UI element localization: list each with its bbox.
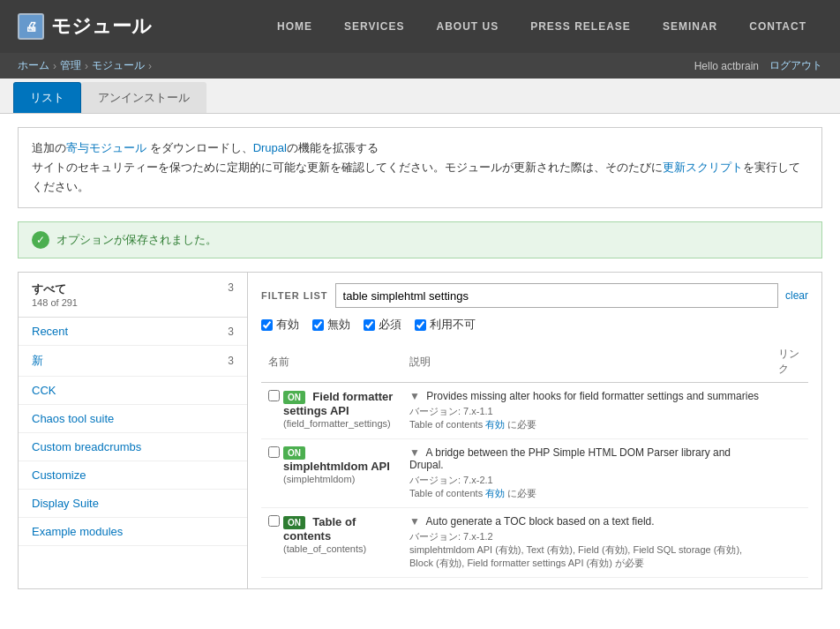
update-link[interactable]: 更新スクリプト [663,161,743,174]
tab-list[interactable]: リスト [13,82,81,113]
info-text4: サイトのセキュリティーを保つために定期的に可能な更新を確認してください。モジュー… [32,161,663,174]
cb-enabled-input[interactable] [261,319,273,331]
nav-press[interactable]: PRESS RELEASE [514,0,647,53]
module-layout: すべて 3 148 of 291 Recent 3 新 3 CCK Chaos … [18,272,822,589]
clear-filter-button[interactable]: clear [785,289,808,302]
sidebar-item-new[interactable]: 新 3 [19,346,247,377]
success-text: オプションが保存されました。 [56,232,217,248]
logout-link[interactable]: ログアウト [769,58,822,73]
tabs: リスト アンインストール [0,79,840,114]
cb-enabled[interactable]: 有効 [261,317,299,333]
sidebar-item-example[interactable]: Example modules [19,518,247,546]
breadcrumb-sep1: › [53,60,56,72]
sidebar-item-customize[interactable]: Customize [19,461,247,490]
contrib-link[interactable]: 寄与モジュール [66,141,146,154]
site-title: モジュール [51,13,152,40]
sidebar-item-recent-count: 3 [228,326,234,338]
toc-link-1[interactable]: 有効 [485,419,505,430]
success-message: ✓ オプションが保存されました。 [18,221,822,258]
filter-row: FILTER LIST clear [261,283,808,308]
module-link-cell-2 [771,439,808,508]
sidebar-item-new-label: 新 [32,353,43,369]
nav-contact[interactable]: CONTACT [733,0,822,53]
th-link: リンク [771,341,808,383]
cb-enabled-label: 有効 [276,317,299,333]
toc-link-2[interactable]: 有効 [485,488,505,498]
triangle-icon-1: ▼ [409,390,420,402]
module-desc-cell-2: ▼ A bridge between the PHP Simple HTML D… [402,439,771,508]
content: 追加の寄与モジュール をダウンロードし、Drupalの機能を拡張する サイトのセ… [0,114,840,603]
checkbox-row: 有効 無効 必須 利用不可 [261,317,808,333]
nav-home[interactable]: HOME [261,0,328,53]
module-checkbox-1[interactable] [268,390,280,401]
module-name-cell-1: ON Field formatter settings API (field_f… [261,383,402,439]
module-name-cell-2: ON simplehtmldom API (simplehtmldom) [261,439,402,508]
sidebar-item-customize-label: Customize [32,468,86,482]
tab-uninstall[interactable]: アンインストール [81,82,206,113]
user-bar: Hello actbrain ログアウト [694,58,822,73]
module-version-2: バージョン: 7.x-2.1 [409,475,493,485]
nav-services[interactable]: SERVICES [328,0,420,53]
triangle-icon-3: ▼ [409,515,420,528]
module-version-1: バージョン: 7.x-1.1 [409,406,493,416]
cb-required[interactable]: 必須 [364,317,401,333]
cb-unavailable-input[interactable] [415,319,426,331]
module-link-cell-3 [771,508,808,578]
module-checkbox-3[interactable] [268,515,280,527]
cb-required-input[interactable] [364,319,375,331]
module-meta-1: バージョン: 7.x-1.1 Table of contents 有効 に必要 [409,405,764,431]
module-machine-3: (table_of_contents) [283,543,366,554]
cb-disabled-label: 無効 [327,317,350,333]
drupal-link[interactable]: Drupal [253,141,287,154]
module-checkbox-2[interactable] [268,446,280,458]
filter-input[interactable] [335,283,778,308]
breadcrumb-home[interactable]: ホーム [18,58,49,73]
cb-disabled-input[interactable] [312,319,324,331]
sidebar-all-count: 3 [228,281,234,294]
module-desc-2: A bridge between the PHP Simple HTML DOM… [409,446,731,471]
table-row: ON Field formatter settings API (field_f… [261,383,808,439]
sidebar-item-cck[interactable]: CCK [19,377,247,405]
nav-about[interactable]: ABOUT US [421,0,515,53]
sidebar-item-recent[interactable]: Recent 3 [19,318,247,346]
toc-suffix-1: に必要 [507,419,536,430]
sidebar-item-new-count: 3 [228,355,234,367]
toc-label-3: simplehtmldom API (有効), Text (有効), Field… [409,544,742,568]
breadcrumb-modules[interactable]: モジュール [92,58,145,73]
info-text3: の機能を拡張する [287,141,379,154]
module-desc-1: Provides missing alter hooks for field f… [426,390,759,402]
breadcrumb-admin[interactable]: 管理 [60,58,81,73]
header: 🖨 モジュール HOME SERVICES ABOUT US PRESS REL… [0,0,840,53]
sidebar-item-chaos[interactable]: Chaos tool suite [19,405,247,433]
toc-label-2: Table of contents [409,488,483,498]
logo-icon: 🖨 [18,13,44,40]
module-desc-3: Auto generate a TOC block based on a tex… [426,515,655,528]
module-version-3: バージョン: 7.x-1.2 [409,531,493,542]
module-name-2: simplehtmldom API [283,460,390,473]
main-nav: HOME SERVICES ABOUT US PRESS RELEASE SEM… [261,0,822,53]
check-icon: ✓ [32,231,49,249]
cb-unavailable-label: 利用不可 [430,317,476,333]
module-name-cell-3: ON Table of contents (table_of_contents) [261,508,402,578]
th-desc: 説明 [402,341,771,383]
sidebar-all-section: すべて 3 148 of 291 [19,273,247,318]
sidebar-item-custombread[interactable]: Custom breadcrumbs [19,433,247,461]
badge-on-1: ON [283,391,305,404]
sidebar-item-custombread-label: Custom breadcrumbs [32,440,141,453]
cb-disabled[interactable]: 無効 [312,317,350,333]
th-name: 名前 [261,341,402,383]
sidebar-item-chaos-label: Chaos tool suite [32,412,114,425]
triangle-icon-2: ▼ [409,446,420,459]
sidebar-item-recent-label: Recent [32,325,68,338]
module-meta-2: バージョン: 7.x-2.1 Table of contents 有効 に必要 [409,474,764,500]
sidebar-all-label[interactable]: すべて [32,281,66,297]
breadcrumb-sep3: › [148,60,152,72]
cb-unavailable[interactable]: 利用不可 [415,317,476,333]
breadcrumb-bar: ホーム › 管理 › モジュール › Hello actbrain ログアウト [0,53,840,79]
module-table: 名前 説明 リンク ON Field formatte [261,341,808,578]
site-logo: 🖨 モジュール [18,13,152,40]
hello-text: Hello actbrain [694,60,759,72]
nav-seminar[interactable]: SEMINAR [647,0,733,53]
module-desc-cell-3: ▼ Auto generate a TOC block based on a t… [402,508,771,578]
sidebar-item-display[interactable]: Display Suite [19,490,247,518]
